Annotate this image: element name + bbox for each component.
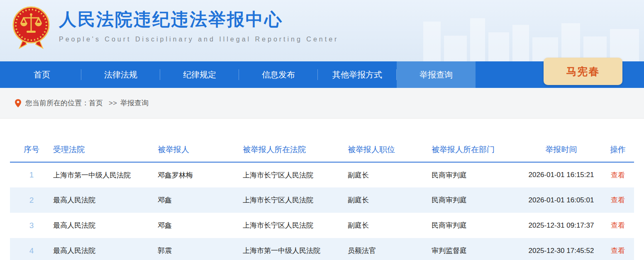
cell-action: 查看 bbox=[602, 238, 634, 260]
nav-item-discipline[interactable]: 纪律规定 bbox=[160, 61, 239, 88]
cell-department: 民商审判庭 bbox=[432, 187, 521, 213]
cell-report-time: 2025-12-30 17:45:52 bbox=[521, 238, 602, 260]
cell-reported-person-court: 上海市长宁区人民法院 bbox=[243, 187, 348, 213]
site-title: 人民法院违纪违法举报中心 bbox=[59, 10, 339, 29]
cell-reported-person: 邓鑫罗林梅 bbox=[158, 162, 243, 187]
cell-reported-person: 邓鑫 bbox=[158, 187, 243, 213]
court-emblem-icon bbox=[12, 4, 51, 52]
main-nav: 首页 法律法规 纪律规定 信息发布 其他举报方式 举报查询 马宪春 bbox=[0, 61, 644, 88]
cell-department: 民商审判庭 bbox=[432, 213, 521, 238]
cell-reported-person: 邓鑫 bbox=[158, 213, 243, 238]
site-title-block: 人民法院违纪违法举报中心 People's Court Disciplinary… bbox=[59, 10, 339, 43]
nav-item-home[interactable]: 首页 bbox=[2, 61, 81, 88]
table-header-row: 序号 受理法院 被举报人 被举报人所在法院 被举报人职位 被举报人所在部门 举报… bbox=[10, 140, 634, 162]
view-link[interactable]: 查看 bbox=[611, 221, 625, 229]
cell-position: 员额法官 bbox=[348, 238, 432, 260]
nav-item-other-report-methods[interactable]: 其他举报方式 bbox=[318, 61, 397, 88]
cell-reported-person-court: 上海市长宁区人民法院 bbox=[243, 162, 348, 187]
cell-no: 4 bbox=[10, 238, 53, 260]
col-header-reported-person-court: 被举报人所在法院 bbox=[243, 140, 348, 162]
cell-accepting-court: 最高人民法院 bbox=[53, 213, 158, 238]
cell-reported-person: 郭震 bbox=[158, 238, 243, 260]
cell-position: 副庭长 bbox=[348, 162, 432, 187]
col-header-no: 序号 bbox=[10, 140, 53, 162]
cell-accepting-court: 最高人民法院 bbox=[53, 238, 158, 260]
location-pin-icon bbox=[15, 99, 21, 107]
cell-report-time: 2026-01-01 16:05:01 bbox=[521, 187, 602, 213]
cell-department: 审判监督庭 bbox=[432, 238, 521, 260]
nav-item-report-query[interactable]: 举报查询 bbox=[397, 61, 476, 88]
col-header-department: 被举报人所在部门 bbox=[432, 140, 521, 162]
col-header-position: 被举报人职位 bbox=[348, 140, 432, 162]
cell-position: 副庭长 bbox=[348, 187, 432, 213]
header-banner: 人民法院违纪违法举报中心 People's Court Disciplinary… bbox=[0, 0, 644, 61]
table-row: 2 最高人民法院 邓鑫 上海市长宁区人民法院 副庭长 民商审判庭 2026-01… bbox=[10, 187, 634, 213]
view-link[interactable]: 查看 bbox=[611, 247, 625, 255]
cell-action: 查看 bbox=[602, 213, 634, 238]
cell-action: 查看 bbox=[602, 162, 634, 187]
user-button[interactable]: 马宪春 bbox=[544, 58, 622, 85]
cell-accepting-court: 上海市第一中级人民法院 bbox=[53, 162, 158, 187]
breadcrumb: 您当前所在的位置： 首页 >> 举报查询 bbox=[0, 88, 644, 119]
cell-department: 民商审判庭 bbox=[432, 162, 521, 187]
report-table-container: 序号 受理法院 被举报人 被举报人所在法院 被举报人职位 被举报人所在部门 举报… bbox=[10, 140, 634, 260]
view-link[interactable]: 查看 bbox=[611, 196, 625, 204]
cell-no: 1 bbox=[10, 162, 53, 187]
cell-position: 副庭长 bbox=[348, 213, 432, 238]
col-header-action: 操作 bbox=[602, 140, 634, 162]
cell-reported-person-court: 上海市长宁区人民法院 bbox=[243, 213, 348, 238]
breadcrumb-current: 举报查询 bbox=[120, 98, 149, 108]
breadcrumb-separator: >> bbox=[109, 99, 117, 107]
view-link[interactable]: 查看 bbox=[611, 171, 625, 179]
site-subtitle: People's Court Disciplinary and Illegal … bbox=[59, 36, 339, 43]
cell-report-time: 2026-01-01 16:15:21 bbox=[521, 162, 602, 187]
nav-item-news[interactable]: 信息发布 bbox=[239, 61, 318, 88]
username-label: 马宪春 bbox=[566, 65, 600, 78]
breadcrumb-home-link[interactable]: 首页 bbox=[89, 98, 103, 108]
col-header-reported-person: 被举报人 bbox=[158, 140, 243, 162]
table-row: 3 最高人民法院 邓鑫 上海市长宁区人民法院 副庭长 民商审判庭 2025-12… bbox=[10, 213, 634, 238]
table-row: 1 上海市第一中级人民法院 邓鑫罗林梅 上海市长宁区人民法院 副庭长 民商审判庭… bbox=[10, 162, 634, 187]
table-row: 4 最高人民法院 郭震 上海市第一中级人民法院 员额法官 审判监督庭 2025-… bbox=[10, 238, 634, 260]
breadcrumb-prefix: 您当前所在的位置： bbox=[25, 98, 89, 108]
cell-report-time: 2025-12-31 09:17:37 bbox=[521, 213, 602, 238]
col-header-report-time: 举报时间 bbox=[521, 140, 602, 162]
nav-item-laws[interactable]: 法律法规 bbox=[81, 61, 160, 88]
cell-accepting-court: 最高人民法院 bbox=[53, 187, 158, 213]
report-table: 序号 受理法院 被举报人 被举报人所在法院 被举报人职位 被举报人所在部门 举报… bbox=[10, 140, 634, 260]
cell-reported-person-court: 上海市第一中级人民法院 bbox=[243, 238, 348, 260]
cell-action: 查看 bbox=[602, 187, 634, 213]
col-header-accepting-court: 受理法院 bbox=[53, 140, 158, 162]
cell-no: 3 bbox=[10, 213, 53, 238]
cell-no: 2 bbox=[10, 187, 53, 213]
